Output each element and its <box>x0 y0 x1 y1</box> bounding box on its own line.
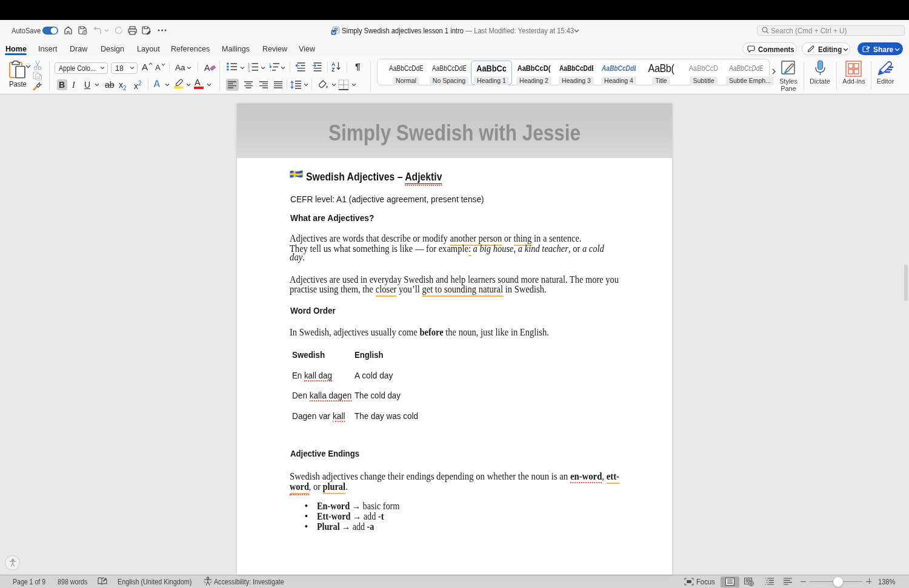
svg-text:i: i <box>270 68 271 72</box>
svg-text:Z: Z <box>331 67 335 73</box>
svg-text:1: 1 <box>269 62 271 66</box>
